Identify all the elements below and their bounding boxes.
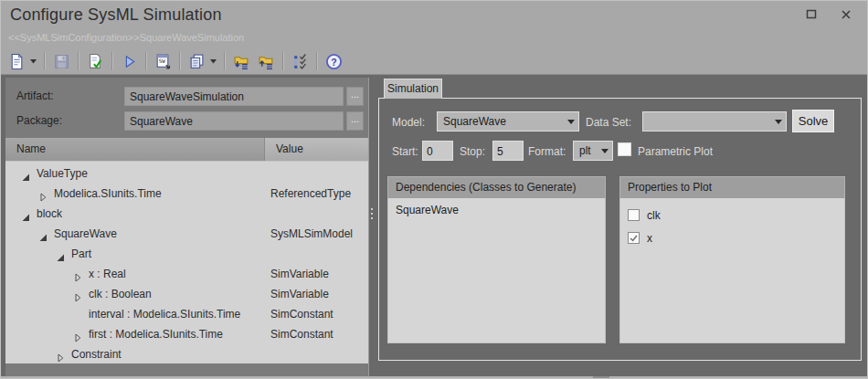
property-label: x: [647, 232, 652, 245]
export-button[interactable]: [254, 50, 279, 72]
tree-node-name: ValueType: [37, 167, 88, 180]
table-row[interactable]: interval : Modelica.SIunits.TimeSimConst…: [5, 305, 368, 325]
dependencies-header: Dependencies (Classes to Generate): [387, 176, 606, 198]
toolbar-separator: [316, 52, 318, 70]
tree-node-value: ReferencedType: [270, 187, 351, 200]
table-row[interactable]: first : Modelica.SIunits.TimeSimConstant: [5, 325, 368, 345]
column-header-name[interactable]: Name: [5, 138, 265, 161]
expanded-arrow-icon[interactable]: [21, 209, 30, 218]
artifact-browse-button[interactable]: ...: [346, 87, 364, 106]
simulation-tab-frame: Model: SquareWave Data Set: Solve Start:: [378, 98, 862, 361]
stop-label: Stop:: [460, 145, 485, 158]
new-artifact-button[interactable]: [5, 50, 40, 72]
toolbar-separator: [44, 52, 46, 70]
toolbar-separator: [78, 52, 79, 70]
list-item[interactable]: SquareWave: [396, 204, 605, 226]
dialog-body: Artifact: ... Package: ... Name Value Va…: [1, 75, 867, 379]
table-row[interactable]: SquareWaveSysMLSimModel: [5, 225, 368, 245]
toolbar-separator: [224, 52, 226, 70]
validate-button[interactable]: [83, 50, 108, 72]
expanded-arrow-icon[interactable]: [38, 229, 48, 238]
collapsed-arrow-icon[interactable]: [56, 350, 65, 359]
collapsed-arrow-icon[interactable]: [38, 189, 48, 198]
tree-node-name: block: [37, 207, 62, 220]
help-button[interactable]: ?: [322, 50, 346, 72]
run-icon: [121, 53, 138, 70]
tree-node-value: SysMLSimModel: [270, 227, 353, 240]
table-row[interactable]: clk : BooleanSimVariable: [5, 285, 368, 305]
expanded-arrow-icon[interactable]: [56, 249, 65, 258]
collapsed-arrow-icon[interactable]: [73, 330, 82, 339]
collapsed-arrow-icon[interactable]: [73, 269, 82, 279]
generate-code-button[interactable]: SW: [151, 50, 175, 72]
run-simulation-button[interactable]: [117, 50, 142, 72]
solve-button[interactable]: Solve: [792, 110, 834, 132]
copy-button[interactable]: [185, 50, 220, 72]
help-icon: ?: [325, 53, 343, 70]
toolbar-separator: [145, 52, 147, 70]
stop-input[interactable]: [492, 141, 524, 161]
table-row[interactable]: block: [5, 205, 368, 225]
tree-node-name: interval : Modelica.SIunits.Time: [89, 308, 240, 321]
tree-node-name: first : Modelica.SIunits.Time: [89, 328, 223, 341]
collapsed-arrow-icon[interactable]: [73, 290, 82, 299]
tree-node-value: SimVariable: [270, 288, 329, 300]
dependencies-body[interactable]: SquareWave: [387, 198, 606, 343]
panel-splitter[interactable]: [369, 203, 375, 225]
toolbar-separator: [282, 52, 284, 70]
tree-node-name: SquareWave: [54, 227, 117, 240]
copy-icon: [188, 53, 206, 70]
import-button[interactable]: [229, 50, 254, 72]
configuration-panel: Artifact: ... Package: ... Name Value Va…: [5, 78, 368, 376]
verify-options-icon: [291, 53, 309, 70]
format-select[interactable]: plt: [573, 141, 613, 161]
start-input[interactable]: [422, 141, 453, 161]
toolbar-separator: [179, 52, 181, 70]
dataset-select[interactable]: [642, 111, 787, 132]
parametric-plot-checkbox[interactable]: [618, 142, 631, 156]
new-document-icon: [8, 53, 26, 70]
configure-sysml-simulation-dialog: Configure SysML Simulation <<SysMLSimCon…: [0, 0, 868, 379]
dropdown-caret-icon[interactable]: [210, 59, 217, 64]
stereotype-subtitle: <<SysMLSimConfiguration>>SquareWaveSimul…: [8, 32, 244, 43]
table-row[interactable]: x : RealSimVariable: [5, 265, 368, 285]
close-icon: [841, 7, 852, 24]
toolbar: SW?: [5, 48, 346, 74]
package-label: Package:: [16, 114, 62, 127]
package-field[interactable]: [124, 111, 344, 131]
tree-grid-header: Name Value: [5, 138, 368, 161]
generate-code-icon: SW: [154, 53, 172, 70]
svg-text:SW: SW: [159, 58, 165, 64]
save-button[interactable]: [49, 50, 74, 72]
properties-header: Properties to Plot: [619, 176, 845, 198]
tree-grid: ValueTypeModelica.SIunits.TimeReferenced…: [5, 161, 368, 363]
start-label: Start:: [392, 145, 418, 158]
expanded-arrow-icon[interactable]: [21, 169, 30, 178]
maximize-button[interactable]: [803, 8, 820, 23]
property-plot-item: x: [628, 226, 844, 249]
tree-node-value: SimVariable: [270, 268, 329, 280]
dropdown-caret-icon[interactable]: [30, 59, 37, 64]
table-row[interactable]: Part: [5, 245, 368, 265]
column-header-value[interactable]: Value: [265, 138, 368, 161]
tab-simulation[interactable]: Simulation: [384, 79, 442, 99]
export-folder-icon: [258, 53, 275, 70]
model-select[interactable]: SquareWave: [437, 111, 579, 132]
clk-checkbox[interactable]: [628, 209, 640, 221]
close-button[interactable]: [838, 8, 854, 23]
tree-node-value: SimConstant: [270, 308, 333, 321]
properties-body[interactable]: clkx: [619, 198, 845, 343]
x-checkbox[interactable]: [628, 232, 640, 244]
chevron-down-icon: [771, 120, 786, 124]
artifact-field[interactable]: [124, 87, 344, 106]
table-row[interactable]: Constraint: [5, 345, 368, 363]
tree-node-name: Modelica.SIunits.Time: [54, 187, 162, 200]
package-browse-button[interactable]: ...: [346, 111, 364, 131]
tree-node-name: x : Real: [89, 268, 126, 280]
properties-to-plot-list: Properties to Plot clkx: [619, 176, 845, 343]
property-label: clk: [647, 209, 661, 222]
save-icon: [53, 53, 70, 70]
table-row[interactable]: Modelica.SIunits.TimeReferencedType: [5, 184, 368, 205]
verify-configuration-button[interactable]: [288, 50, 312, 72]
table-row[interactable]: ValueType: [5, 164, 368, 184]
